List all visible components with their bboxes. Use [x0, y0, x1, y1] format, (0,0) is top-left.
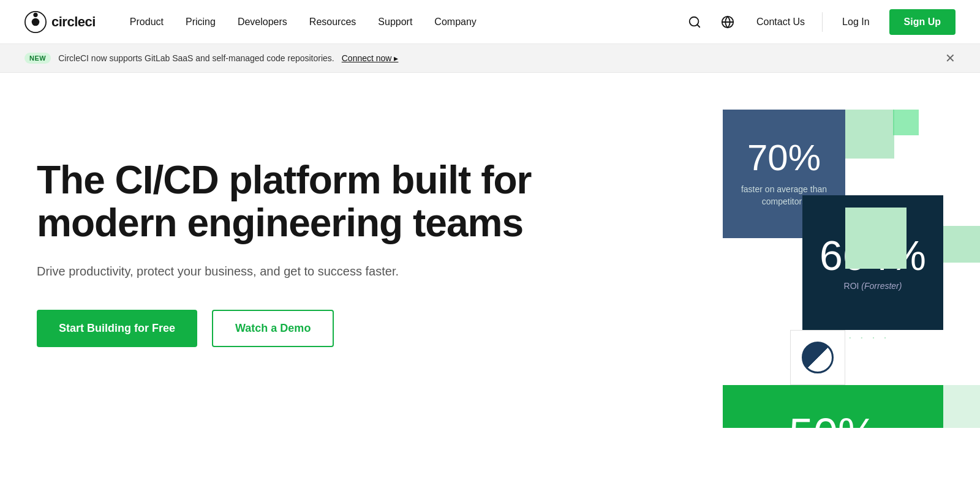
accent-green-small [893, 110, 919, 135]
nav-resources[interactable]: Resources [300, 12, 366, 32]
navbar: circleci Product Pricing Developers Reso… [0, 0, 980, 44]
nav-company[interactable]: Company [424, 12, 486, 32]
svg-point-2 [33, 12, 37, 17]
new-badge: NEW [24, 53, 51, 64]
start-building-button[interactable]: Start Building for Free [37, 310, 197, 347]
nav-support[interactable]: Support [368, 12, 422, 32]
banner-close-button[interactable]: ✕ [945, 51, 956, 66]
logo-icon [24, 11, 47, 33]
accent-green-topleft [845, 110, 894, 159]
hero-content: The CI/CD platform built for modern engi… [37, 122, 539, 347]
stat-70-number: 70% [747, 140, 821, 176]
contact-us-link[interactable]: Contact Us [749, 12, 812, 32]
globe-icon [721, 15, 734, 29]
stat-664-label-prefix: ROI [844, 281, 862, 291]
hero-buttons: Start Building for Free Watch a Demo [37, 310, 539, 347]
accent-green-mid [845, 208, 907, 269]
mini-circle-card [790, 330, 845, 385]
hero-subtitle: Drive productivity, protect your busines… [37, 262, 539, 280]
accent-right-top [943, 226, 980, 263]
nav-divider [822, 12, 823, 32]
hero-title-line1: The CI/CD platform built for [37, 158, 532, 202]
stat-card-50: 50% [723, 385, 943, 428]
stat-664-label-italic: (Forrester) [861, 281, 902, 291]
log-in-link[interactable]: Log In [832, 12, 879, 32]
stat-50-number: 50% [789, 412, 877, 428]
mini-circle [802, 342, 834, 373]
globe-button[interactable] [716, 10, 739, 34]
announcement-banner: NEW CircleCI now supports GitLab SaaS an… [0, 44, 980, 73]
logo-link[interactable]: circleci [24, 11, 96, 33]
nav-developers[interactable]: Developers [228, 12, 297, 32]
svg-line-4 [697, 24, 699, 27]
nav-links: Product Pricing Developers Resources Sup… [120, 12, 683, 32]
hero-title: The CI/CD platform built for modern engi… [37, 159, 539, 245]
dots-decoration: · · · · [848, 330, 889, 344]
hero-title-line2: modern engineering teams [37, 201, 523, 245]
nav-product[interactable]: Product [120, 12, 173, 32]
search-button[interactable] [683, 10, 706, 34]
stat-664-label: ROI (Forrester) [844, 281, 902, 291]
watch-demo-button[interactable]: Watch a Demo [212, 310, 334, 347]
accent-right-bottom [943, 385, 980, 428]
hero-section: The CI/CD platform built for modern engi… [0, 73, 980, 428]
sign-up-button[interactable]: Sign Up [889, 9, 956, 35]
announcement-text: CircleCI now supports GitLab SaaS and se… [58, 53, 334, 63]
search-icon [688, 15, 701, 29]
nav-pricing[interactable]: Pricing [176, 12, 225, 32]
svg-point-1 [32, 18, 40, 26]
connect-now-link[interactable]: Connect now ▸ [342, 53, 399, 63]
logo-text: circleci [51, 14, 96, 30]
nav-right: Contact Us Log In Sign Up [683, 9, 956, 35]
stats-panel: 70% faster on average than competitors 6… [723, 110, 980, 428]
